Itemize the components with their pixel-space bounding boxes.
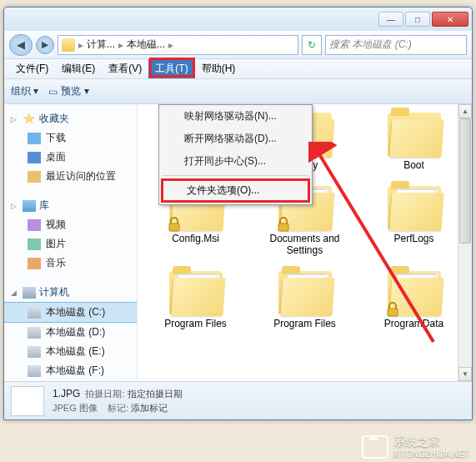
folder-icon	[388, 271, 441, 314]
menu-edit[interactable]: 编辑(E)	[55, 59, 102, 78]
status-date-value[interactable]: 指定拍摄日期	[128, 389, 183, 399]
drive-icon	[28, 327, 41, 339]
folder-item[interactable]: ProgramData	[363, 271, 465, 329]
preview-button[interactable]: ▭ 预览 ▾	[48, 84, 88, 98]
menu-tools[interactable]: 工具(T)	[148, 59, 194, 78]
explorer-window: — □ ✕ ◀ ▶ ▸ 计算... ▸ 本地磁... ▸ ↻ 搜索 本地磁盘 (…	[3, 7, 473, 420]
folder-label: Boot	[403, 159, 424, 171]
maximize-button[interactable]: □	[405, 12, 430, 27]
drive-icon	[62, 38, 75, 52]
watermark-logo-icon	[362, 435, 388, 459]
sidebar-pictures[interactable]: 图片	[4, 234, 137, 254]
computer-icon	[23, 287, 36, 299]
svg-rect-2	[278, 223, 288, 231]
menu-help[interactable]: 帮助(H)	[195, 59, 243, 78]
forward-button[interactable]: ▶	[36, 36, 54, 54]
drive-icon	[28, 307, 41, 319]
menu-sync-center[interactable]: 打开同步中心(S)...	[159, 150, 312, 173]
folder-label: Program Files	[273, 318, 336, 329]
status-bar: 1.JPG 拍摄日期: 指定拍摄日期 JPEG 图像 标记: 添加标记	[4, 381, 472, 419]
folder-label: Config.Msi	[172, 233, 219, 244]
folder-icon	[388, 186, 441, 229]
menu-map-drive[interactable]: 映射网络驱动器(N)...	[159, 105, 312, 128]
sidebar-libraries[interactable]: ▷库	[4, 196, 137, 215]
status-date-label: 拍摄日期:	[85, 389, 124, 399]
organize-button[interactable]: 组织 ▾	[11, 84, 38, 98]
picture-icon	[28, 239, 41, 250]
sidebar-drive-c[interactable]: 本地磁盘 (C:)	[4, 302, 137, 323]
crumb-drive[interactable]: 本地磁...	[127, 38, 165, 52]
status-tag-value[interactable]: 添加标记	[131, 403, 168, 413]
svg-rect-1	[169, 223, 179, 231]
tools-dropdown: 映射网络驱动器(N)... 断开网络驱动器(D)... 打开同步中心(S)...…	[158, 104, 313, 205]
toolbar: 组织 ▾ ▭ 预览 ▾	[4, 79, 472, 104]
close-button[interactable]: ✕	[432, 12, 468, 27]
body: ▷收藏夹 下载 桌面 最近访问的位置 ▷库 视频 图片 音乐 ◢计算机 本地磁盘…	[4, 104, 472, 381]
folder-item[interactable]: PerfLogs	[363, 186, 465, 256]
menu-view[interactable]: 查看(V)	[102, 59, 148, 78]
crumb-computer[interactable]: 计算...	[87, 38, 115, 52]
preview-icon: ▭	[48, 86, 58, 98]
scrollbar[interactable]: ▲ ▼	[458, 104, 472, 381]
sidebar-desktop[interactable]: 桌面	[4, 148, 137, 167]
sidebar-drive-g[interactable]: SYSBAK (G:)	[4, 380, 137, 381]
folder-item[interactable]: Program Files	[253, 271, 356, 329]
folder-label: Program Files	[164, 318, 227, 329]
watermark-url: XITONGZHIJIA.NET	[393, 449, 470, 459]
folder-label: ProgramData	[384, 318, 443, 329]
scroll-thumb[interactable]	[459, 118, 471, 244]
sidebar-drive-f[interactable]: 本地磁盘 (F:)	[4, 361, 137, 380]
status-tag-label: 标记:	[108, 403, 128, 413]
watermark-name: 系统之家	[393, 434, 470, 449]
nav-bar: ◀ ▶ ▸ 计算... ▸ 本地磁... ▸ ↻ 搜索 本地磁盘 (C:)	[4, 31, 472, 59]
status-filename: 1.JPG	[53, 388, 80, 399]
titlebar: — □ ✕	[4, 8, 472, 31]
lock-icon	[275, 216, 292, 233]
drive-icon	[28, 365, 41, 377]
lock-icon	[166, 216, 183, 233]
scroll-down-button[interactable]: ▼	[458, 367, 472, 381]
menu-separator	[163, 175, 308, 176]
menu-bar: 文件(F) 编辑(E) 查看(V) 工具(T) 帮助(H)	[4, 59, 472, 79]
sidebar: ▷收藏夹 下载 桌面 最近访问的位置 ▷库 视频 图片 音乐 ◢计算机 本地磁盘…	[4, 104, 138, 381]
sidebar-music[interactable]: 音乐	[4, 254, 137, 273]
sidebar-drive-e[interactable]: 本地磁盘 (E:)	[4, 342, 137, 361]
svg-rect-3	[388, 309, 398, 316]
folder-icon	[169, 271, 223, 314]
menu-disconnect-drive[interactable]: 断开网络驱动器(D)...	[159, 128, 312, 150]
recent-icon	[28, 171, 41, 183]
folder-item[interactable]: Program Files	[144, 271, 247, 329]
watermark: 系统之家 XITONGZHIJIA.NET	[362, 434, 470, 459]
drive-icon	[28, 346, 41, 358]
folder-label: PerfLogs	[393, 233, 433, 244]
crumb-sep: ▸	[78, 39, 83, 51]
refresh-button[interactable]: ↻	[302, 35, 322, 55]
back-button[interactable]: ◀	[9, 34, 33, 56]
desktop-icon	[28, 152, 41, 163]
address-bar[interactable]: ▸ 计算... ▸ 本地磁... ▸	[58, 35, 298, 55]
menu-folder-options[interactable]: 文件夹选项(O)...	[161, 178, 310, 203]
folder-item[interactable]: Boot	[363, 113, 465, 171]
star-icon	[23, 113, 36, 125]
folder-label: Documents and Settings	[253, 233, 356, 256]
sidebar-recent[interactable]: 最近访问的位置	[4, 167, 137, 186]
sidebar-videos[interactable]: 视频	[4, 215, 137, 234]
search-placeholder: 搜索 本地磁盘 (C:)	[329, 38, 412, 52]
sidebar-downloads[interactable]: 下载	[4, 128, 137, 148]
sidebar-drive-d[interactable]: 本地磁盘 (D:)	[4, 323, 137, 342]
search-input[interactable]: 搜索 本地磁盘 (C:)	[325, 35, 467, 55]
music-icon	[28, 258, 41, 269]
menu-file[interactable]: 文件(F)	[9, 59, 55, 78]
video-icon	[28, 219, 41, 231]
library-icon	[23, 200, 36, 212]
lock-icon	[384, 301, 401, 318]
sidebar-favorites[interactable]: ▷收藏夹	[4, 109, 137, 128]
folder-icon	[388, 113, 441, 156]
minimize-button[interactable]: —	[378, 12, 403, 27]
thumbnail	[11, 386, 44, 416]
sidebar-computer[interactable]: ◢计算机	[4, 283, 137, 302]
download-icon	[28, 133, 41, 144]
status-type: JPEG 图像	[53, 403, 98, 413]
scroll-up-button[interactable]: ▲	[458, 104, 472, 118]
folder-icon	[278, 271, 332, 314]
